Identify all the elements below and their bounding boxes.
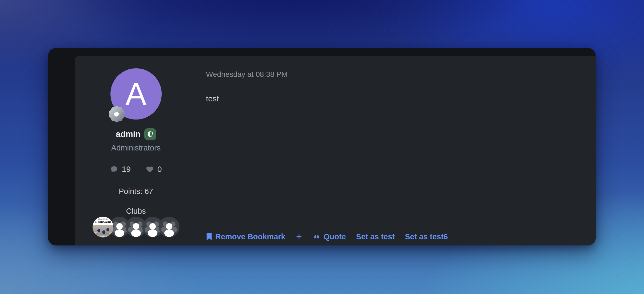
quote-label: Quote <box>324 232 346 241</box>
club-image-title: Glühwein <box>93 220 113 224</box>
club-image-caption: mulled wine <box>93 236 113 237</box>
clubs-label: Clubs <box>126 207 146 216</box>
set-as-test6-button[interactable]: Set as test6 <box>405 232 448 241</box>
moderator-badge <box>144 128 156 140</box>
author-avatar[interactable]: A <box>110 68 162 120</box>
bookmark-icon <box>206 233 212 241</box>
group-icon <box>159 217 180 237</box>
author-pane: A <box>75 56 197 245</box>
quote-button[interactable]: Quote <box>313 232 346 241</box>
post-action-bar: Remove Bookmark + Quote Set as test Set … <box>206 232 585 242</box>
comments-count: 19 <box>122 165 130 174</box>
likes-stat: 0 <box>146 165 162 174</box>
author-name[interactable]: admin <box>116 129 140 139</box>
post-content-pane: Wednesday at 08:38 PM test Remove Bookma… <box>197 56 596 245</box>
heart-icon <box>146 165 154 173</box>
post-card: A <box>75 56 596 245</box>
points-text: Points: 67 <box>119 187 153 196</box>
post-timestamp[interactable]: Wednesday at 08:38 PM <box>206 70 585 79</box>
shield-icon <box>147 131 153 137</box>
remove-bookmark-label: Remove Bookmark <box>215 232 285 241</box>
author-stats: 19 0 <box>110 165 162 174</box>
club-image-photo <box>93 225 113 236</box>
club-avatar-gluhwein[interactable]: Of the Week: Glühwein mulled wine <box>93 217 113 237</box>
author-group: Administrators <box>111 144 161 152</box>
club-avatar-default[interactable] <box>159 217 180 237</box>
comments-stat: 19 <box>110 165 130 174</box>
likes-count: 0 <box>157 165 162 174</box>
rank-seal-wave-icon <box>109 106 125 122</box>
forum-window: A <box>48 48 596 245</box>
post-body: test <box>206 94 585 103</box>
comment-icon <box>110 165 118 173</box>
add-reaction-button[interactable]: + <box>296 232 303 242</box>
author-name-row: admin <box>116 128 156 140</box>
clubs-row: Of the Week: Glühwein mulled wine <box>93 217 180 237</box>
quote-icon <box>313 233 321 241</box>
remove-bookmark-button[interactable]: Remove Bookmark <box>206 232 285 241</box>
set-as-test-button[interactable]: Set as test <box>356 232 395 241</box>
